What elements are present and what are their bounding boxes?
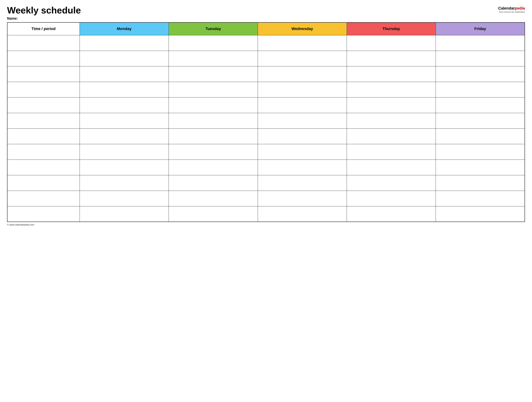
col-time-period: Time / period (7, 22, 80, 35)
logo-section: Calendarpedia Your source for calendars (498, 6, 525, 13)
schedule-cell[interactable] (80, 175, 169, 191)
schedule-cell[interactable] (80, 113, 169, 129)
schedule-table: Time / period Monday Tuesday Wednesday T… (7, 22, 525, 222)
time-cell[interactable] (7, 113, 80, 129)
schedule-cell[interactable] (258, 82, 347, 97)
schedule-cell[interactable] (347, 82, 436, 97)
schedule-cell[interactable] (169, 113, 258, 129)
schedule-cell[interactable] (169, 191, 258, 206)
schedule-cell[interactable] (80, 191, 169, 206)
schedule-cell[interactable] (347, 113, 436, 129)
schedule-cell[interactable] (347, 191, 436, 206)
table-row (7, 51, 525, 66)
schedule-cell[interactable] (80, 97, 169, 113)
name-label: Name: (7, 16, 81, 20)
schedule-cell[interactable] (347, 160, 436, 175)
table-row (7, 35, 525, 51)
schedule-cell[interactable] (347, 51, 436, 66)
time-cell[interactable] (7, 175, 80, 191)
schedule-cell[interactable] (436, 191, 525, 206)
schedule-cell[interactable] (347, 144, 436, 160)
copyright-text: © www.calendarpedia.com (7, 223, 34, 226)
table-row (7, 160, 525, 175)
schedule-cell[interactable] (258, 144, 347, 160)
schedule-cell[interactable] (80, 82, 169, 97)
schedule-cell[interactable] (80, 144, 169, 160)
schedule-cell[interactable] (436, 160, 525, 175)
col-wednesday: Wednesday (258, 22, 347, 35)
time-cell[interactable] (7, 51, 80, 66)
time-cell[interactable] (7, 129, 80, 144)
schedule-cell[interactable] (258, 129, 347, 144)
schedule-cell[interactable] (258, 35, 347, 51)
table-row (7, 191, 525, 206)
header: Weekly schedule Name: Calendarpedia Your… (7, 5, 525, 20)
schedule-cell[interactable] (169, 144, 258, 160)
time-cell[interactable] (7, 160, 80, 175)
table-row (7, 113, 525, 129)
schedule-cell[interactable] (258, 206, 347, 222)
schedule-cell[interactable] (169, 160, 258, 175)
schedule-cell[interactable] (80, 129, 169, 144)
schedule-cell[interactable] (258, 160, 347, 175)
logo-pedia: pedia (515, 6, 525, 10)
schedule-cell[interactable] (169, 129, 258, 144)
schedule-cell[interactable] (169, 35, 258, 51)
schedule-cell[interactable] (169, 206, 258, 222)
logo-text: Calendarpedia (498, 6, 525, 11)
time-cell[interactable] (7, 144, 80, 160)
schedule-cell[interactable] (258, 51, 347, 66)
schedule-cell[interactable] (436, 113, 525, 129)
schedule-cell[interactable] (436, 144, 525, 160)
table-row (7, 97, 525, 113)
schedule-cell[interactable] (258, 97, 347, 113)
schedule-cell[interactable] (258, 113, 347, 129)
schedule-cell[interactable] (436, 129, 525, 144)
header-row: Time / period Monday Tuesday Wednesday T… (7, 22, 525, 35)
time-cell[interactable] (7, 191, 80, 206)
schedule-cell[interactable] (347, 66, 436, 82)
schedule-cell[interactable] (436, 206, 525, 222)
schedule-cell[interactable] (436, 51, 525, 66)
schedule-cell[interactable] (169, 97, 258, 113)
footer: © www.calendarpedia.com (7, 223, 525, 226)
schedule-cell[interactable] (436, 66, 525, 82)
schedule-cell[interactable] (80, 206, 169, 222)
time-cell[interactable] (7, 97, 80, 113)
table-row (7, 82, 525, 97)
table-row (7, 66, 525, 82)
schedule-cell[interactable] (169, 51, 258, 66)
col-friday: Friday (436, 22, 525, 35)
table-header: Time / period Monday Tuesday Wednesday T… (7, 22, 525, 35)
schedule-cell[interactable] (80, 51, 169, 66)
schedule-cell[interactable] (347, 206, 436, 222)
table-row (7, 129, 525, 144)
schedule-cell[interactable] (80, 66, 169, 82)
schedule-cell[interactable] (80, 160, 169, 175)
time-cell[interactable] (7, 66, 80, 82)
logo-calendar: Calendar (498, 6, 515, 10)
schedule-cell[interactable] (169, 66, 258, 82)
col-thursday: Thursday (347, 22, 436, 35)
table-row (7, 175, 525, 191)
logo-tagline: Your source for calendars (499, 11, 525, 13)
schedule-cell[interactable] (169, 82, 258, 97)
schedule-cell[interactable] (436, 35, 525, 51)
schedule-cell[interactable] (258, 66, 347, 82)
time-cell[interactable] (7, 206, 80, 222)
table-body (7, 35, 525, 222)
schedule-cell[interactable] (169, 175, 258, 191)
schedule-cell[interactable] (436, 175, 525, 191)
schedule-cell[interactable] (347, 175, 436, 191)
schedule-cell[interactable] (436, 97, 525, 113)
table-row (7, 144, 525, 160)
schedule-cell[interactable] (347, 97, 436, 113)
schedule-cell[interactable] (258, 175, 347, 191)
schedule-cell[interactable] (258, 191, 347, 206)
time-cell[interactable] (7, 35, 80, 51)
schedule-cell[interactable] (347, 129, 436, 144)
schedule-cell[interactable] (436, 82, 525, 97)
schedule-cell[interactable] (80, 35, 169, 51)
schedule-cell[interactable] (347, 35, 436, 51)
time-cell[interactable] (7, 82, 80, 97)
